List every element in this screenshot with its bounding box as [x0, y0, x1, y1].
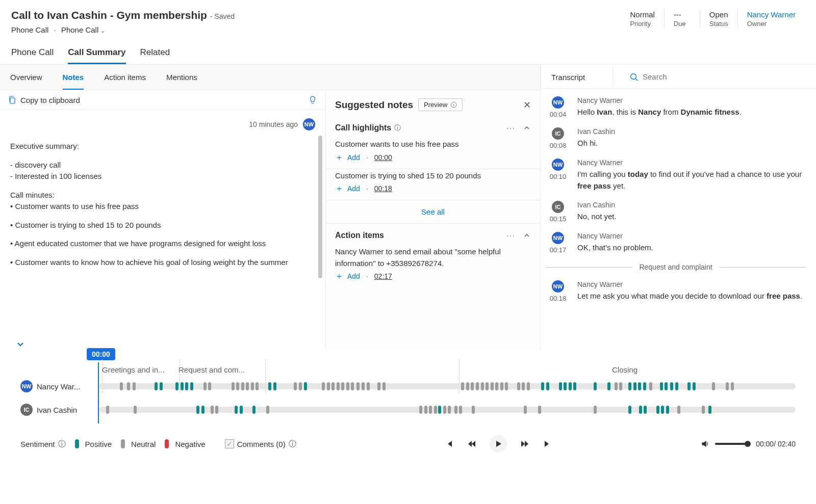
add-button[interactable]: ＋ — [335, 272, 343, 280]
transcript-row[interactable]: IC00:08Ivan CashinOh hi. — [546, 127, 806, 149]
field-priority[interactable]: Normal Priority — [621, 9, 664, 29]
tab-phone-call[interactable]: Phone Call — [11, 43, 54, 64]
add-label[interactable]: Add — [347, 153, 360, 162]
chevron-up-icon[interactable] — [523, 231, 531, 240]
sentiment-tick — [196, 406, 199, 414]
field-status[interactable]: Open Status — [700, 9, 737, 29]
transcript-time: 00:04 — [550, 111, 567, 118]
sentiment-tick — [726, 382, 729, 390]
transcript-text: No, not yet. — [577, 211, 806, 223]
copy-to-clipboard-button[interactable]: Copy to clipboard — [8, 96, 80, 104]
see-all-button[interactable]: See all — [326, 200, 540, 224]
lightbulb-icon[interactable] — [308, 95, 317, 104]
sentiment-tick — [708, 406, 711, 414]
sentiment-tick — [644, 406, 647, 414]
sentiment-tick — [304, 382, 307, 390]
speaker-name: Nancy Warner — [577, 158, 806, 167]
legend-positive: Positive — [75, 439, 112, 448]
add-label[interactable]: Add — [347, 184, 360, 193]
sentiment-tick — [332, 382, 335, 390]
sentiment-tick — [256, 382, 259, 390]
chevron-down-icon[interactable]: ⌄ — [100, 28, 105, 34]
forward-icon[interactable] — [520, 439, 529, 448]
sentiment-tick — [294, 382, 297, 390]
avatar: NW — [552, 96, 564, 109]
transcript-row[interactable]: NW00:10Nancy WarnerI'm calling you today… — [546, 158, 806, 192]
close-icon[interactable]: ✕ — [523, 99, 531, 111]
sentiment-tick — [434, 406, 437, 414]
sentiment-tick — [356, 382, 360, 390]
sentiment-tick — [208, 382, 211, 390]
field-owner[interactable]: Nancy Warner Owner — [737, 9, 805, 29]
timeline-track-nancy[interactable] — [99, 383, 796, 389]
subtab-action-items[interactable]: Action items — [104, 65, 146, 90]
transcript-list[interactable]: NW00:04Nancy WarnerHello Ivan, this is N… — [541, 89, 816, 350]
info-icon[interactable]: ⓘ — [289, 439, 296, 449]
timestamp-link[interactable]: 00:00 — [374, 153, 392, 162]
preview-badge[interactable]: Preview — [418, 98, 463, 111]
add-button[interactable]: ＋ — [335, 184, 343, 193]
volume-slider[interactable] — [715, 443, 751, 445]
breadcrumb: Phone Call · Phone Call⌄ — [11, 25, 235, 34]
chevron-up-icon[interactable] — [523, 124, 531, 132]
subtab-overview[interactable]: Overview — [10, 65, 42, 90]
comments-toggle[interactable]: ✓ Comments (0) ⓘ — [225, 439, 296, 449]
skip-end-icon[interactable] — [543, 439, 552, 448]
sentiment-tick — [522, 382, 525, 390]
subtab-mentions[interactable]: Mentions — [166, 65, 197, 90]
info-icon[interactable]: ⓘ — [58, 439, 66, 449]
speaker-name: Nancy Warner — [577, 96, 806, 104]
scrollbar[interactable] — [318, 136, 322, 278]
add-button[interactable]: ＋ — [335, 153, 343, 162]
tab-related[interactable]: Related — [140, 43, 170, 64]
transcript-row[interactable]: NW00:17Nancy WarnerOK, that's no problem… — [546, 232, 806, 254]
timestamp-link[interactable]: 00:18 — [374, 184, 392, 193]
checkbox-icon[interactable]: ✓ — [225, 439, 234, 448]
tab-call-summary[interactable]: Call Summary — [68, 43, 125, 64]
transcript-time: 00:10 — [550, 173, 567, 180]
more-icon[interactable]: ··· — [506, 231, 516, 240]
playhead-marker[interactable]: 00:00 — [87, 348, 115, 360]
segment-labels: Greetings and in... Request and com... C… — [102, 365, 796, 374]
transcript-row[interactable]: NW00:18Nancy WarnerLet me ask you what m… — [546, 280, 806, 302]
more-icon[interactable]: ··· — [506, 124, 516, 132]
timeline-track-ivan[interactable] — [99, 407, 796, 413]
sentiment-tick — [160, 382, 163, 390]
subtab-notes[interactable]: Notes — [63, 65, 84, 90]
legend-negative: Negative — [165, 439, 205, 448]
volume-icon[interactable] — [701, 439, 710, 448]
sentiment-tick — [517, 382, 520, 390]
sentiment-tick — [377, 382, 380, 390]
expand-chevron-icon[interactable] — [15, 339, 26, 349]
info-icon[interactable]: ⓘ — [394, 123, 401, 132]
sentiment-tick — [327, 382, 330, 390]
transcript-row[interactable]: IC00:15Ivan CashinNo, not yet. — [546, 201, 806, 223]
sentiment-tick — [190, 382, 193, 390]
highlight-item: Customer is trying to shed 15 to 20 poun… — [326, 169, 540, 201]
sentiment-tick — [693, 382, 696, 390]
timestamp-link[interactable]: 02:17 — [374, 272, 392, 280]
playhead-line[interactable] — [98, 362, 99, 423]
rewind-icon[interactable] — [467, 439, 476, 448]
legend-neutral: Neutral — [121, 439, 156, 448]
skip-start-icon[interactable] — [445, 439, 454, 448]
transcript-row[interactable]: NW00:04Nancy WarnerHello Ivan, this is N… — [546, 96, 806, 118]
sentiment-tick — [643, 382, 646, 390]
play-button[interactable] — [490, 435, 507, 453]
breadcrumb-1[interactable]: Phone Call — [11, 25, 48, 34]
add-label[interactable]: Add — [347, 272, 360, 280]
avatar: NW — [303, 118, 315, 130]
sentiment-tick — [448, 406, 451, 414]
sentiment-tick — [538, 406, 541, 414]
transcript-time: 00:15 — [550, 215, 567, 223]
sentiment-tick — [628, 382, 631, 390]
field-due[interactable]: --- Due — [664, 9, 700, 29]
sentiment-tick — [573, 382, 576, 390]
breadcrumb-2[interactable]: Phone Call⌄ — [61, 25, 105, 34]
sentiment-tick — [677, 406, 680, 414]
avatar: NW — [552, 158, 564, 171]
sentiment-tick — [133, 382, 136, 390]
sentiment-tick — [382, 382, 386, 390]
search-input[interactable] — [623, 68, 812, 86]
transcript-text: Let me ask you what made you decide to d… — [577, 290, 806, 302]
